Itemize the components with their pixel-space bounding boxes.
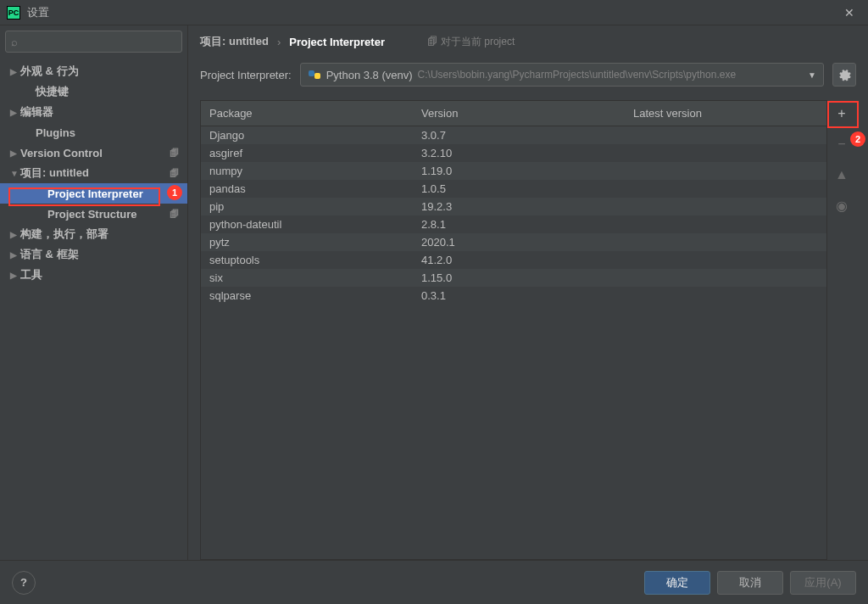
chevron-right-icon: ▶ [10,67,20,76]
package-version: 19.2.3 [413,200,625,213]
package-row[interactable]: python-dateutil2.8.1 [201,215,826,233]
sidebar-item[interactable]: 快捷键 [0,81,187,102]
chevron-right-icon: ▶ [10,250,20,260]
package-row[interactable]: setuptools41.2.0 [201,251,826,269]
package-row[interactable]: asgiref3.2.10 [201,144,826,162]
package-row[interactable]: numpy1.19.0 [201,162,826,180]
chevron-right-icon: › [277,36,281,48]
package-name: setuptools [201,254,413,266]
sidebar-item-label: Project Structure [47,208,136,221]
package-version: 0.3.1 [413,289,625,302]
sidebar-item-label: 语言 & 框架 [20,247,79,262]
header-version[interactable]: Version [413,107,625,120]
sidebar-item[interactable]: ▶构建，执行，部署 [0,224,187,244]
sidebar-item-label: 构建，执行，部署 [20,226,108,242]
add-package-button[interactable]: + [829,102,854,126]
package-name: pip [201,200,413,213]
interpreter-name: Python 3.8 (venv) [326,69,413,81]
python-icon [308,68,321,81]
package-row[interactable]: pandas1.0.5 [201,180,826,198]
sidebar-item-label: Plugins [36,126,75,139]
sidebar-item-label: 编辑器 [20,104,53,120]
sidebar-item-label: Project Interpreter [47,187,143,200]
package-version: 2020.1 [413,236,625,249]
breadcrumb-page: Project Interpreter [289,36,385,48]
package-name: sqlparse [201,289,413,302]
ok-button[interactable]: 确定 [644,571,710,595]
interpreter-label: Project Interpreter: [200,69,292,81]
content-pane: 项目: untitled › Project Interpreter 🗐对于当前… [188,25,868,560]
packages-side-toolbar: + − ▲ ◉ [827,100,856,560]
search-input[interactable]: ⌕ [5,31,182,53]
package-row[interactable]: sqlparse0.3.1 [201,287,826,305]
settings-tree: ▶外观 & 行为快捷键▶编辑器Plugins▶Version Control🗐▼… [0,58,187,560]
svg-rect-1 [314,73,320,79]
project-level-icon: 🗐 [170,168,179,178]
packages-body: Django3.0.7asgiref3.2.10numpy1.19.0panda… [201,126,826,559]
breadcrumb: 项目: untitled › Project Interpreter 🗐对于当前… [200,34,856,49]
show-early-releases-button[interactable]: ◉ [829,193,854,217]
breadcrumb-project: 项目: untitled [200,34,269,49]
sidebar-item[interactable]: Project Interpreter🗐 [0,183,187,204]
app-icon: PC [7,6,20,20]
header-latest[interactable]: Latest version [625,107,826,120]
sidebar-item[interactable]: ▼项目: untitled🗐 [0,163,187,183]
package-name: python-dateutil [201,218,413,231]
sidebar-item[interactable]: ▶编辑器 [0,102,187,122]
sidebar-item[interactable]: Plugins [0,122,187,143]
titlebar: PC 设置 ✕ [0,0,868,25]
annotation-callout-2: 2 [850,131,865,147]
package-row[interactable]: pytz2020.1 [201,233,826,251]
cancel-button[interactable]: 取消 [717,571,783,595]
chevron-down-icon: ▼ [10,169,20,178]
package-version: 3.2.10 [413,147,625,159]
search-field[interactable] [21,36,176,48]
chevron-right-icon: ▶ [10,230,20,239]
sidebar-item-label: Version Control [20,147,103,159]
project-level-icon: 🗐 [170,209,179,219]
chevron-right-icon: ▶ [10,108,20,117]
gear-icon [837,68,851,81]
package-name: six [201,271,413,284]
window-title: 设置 [27,5,837,20]
annotation-callout-1: 1 [167,185,182,200]
gear-button[interactable] [832,63,856,87]
package-version: 41.2.0 [413,254,625,266]
sidebar-item[interactable]: ▶Version Control🗐 [0,143,187,163]
package-version: 3.0.7 [413,129,625,142]
interpreter-path: C:\Users\bobin.yang\PycharmProjects\unti… [418,69,804,81]
help-button[interactable]: ? [12,571,36,595]
project-level-icon: 🗐 [170,148,179,158]
packages-area: Package Version Latest version Django3.0… [200,100,856,560]
package-version: 1.15.0 [413,271,625,284]
package-name: Django [201,129,413,142]
sidebar-item[interactable]: ▶工具 [0,265,187,285]
package-name: pandas [201,182,413,195]
chevron-right-icon: ▶ [10,271,20,280]
apply-button[interactable]: 应用(A) [790,571,856,595]
package-row[interactable]: six1.15.0 [201,269,826,287]
package-version: 2.8.1 [413,218,625,231]
sidebar: ⌕ ▶外观 & 行为快捷键▶编辑器Plugins▶Version Control… [0,25,188,560]
sidebar-item-label: 工具 [20,267,42,282]
package-version: 1.0.5 [413,182,625,195]
sidebar-item-label: 项目: untitled [20,165,89,181]
svg-rect-0 [309,70,314,76]
package-version: 1.19.0 [413,165,625,177]
package-row[interactable]: Django3.0.7 [201,126,826,144]
package-row[interactable]: pip19.2.3 [201,198,826,215]
sidebar-item[interactable]: ▶外观 & 行为 [0,61,187,81]
package-name: numpy [201,165,413,177]
interpreter-select[interactable]: Python 3.8 (venv) C:\Users\bobin.yang\Py… [300,63,824,87]
chevron-right-icon: ▶ [10,148,20,158]
sidebar-item[interactable]: ▶语言 & 框架 [0,244,187,265]
sidebar-item-label: 快捷键 [36,84,69,99]
package-name: pytz [201,236,413,249]
sidebar-item-label: 外观 & 行为 [20,64,79,79]
upgrade-package-button[interactable]: ▲ [829,163,854,187]
scope-label: 🗐对于当前 project [427,35,515,49]
header-package[interactable]: Package [201,107,413,120]
footer: ? 确定 取消 应用(A) [0,560,868,604]
sidebar-item[interactable]: Project Structure🗐 [0,204,187,224]
close-icon[interactable]: ✕ [837,1,861,25]
